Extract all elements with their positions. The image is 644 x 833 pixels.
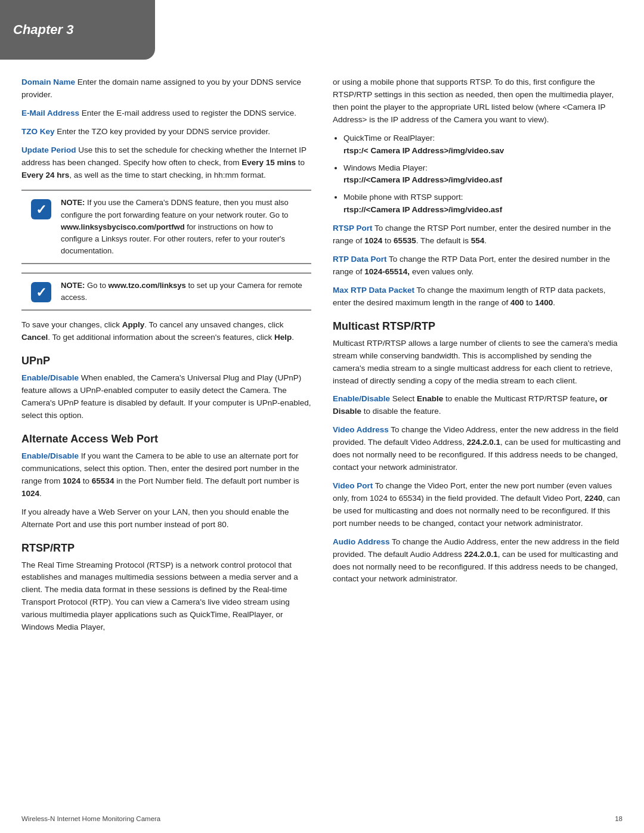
domain-name-para: Domain Name Enter the domain name assign…: [21, 76, 311, 101]
audio-addr-para: Audio Address To change the Audio Addres…: [333, 536, 623, 586]
rtsp-para: The Real Time Streaming Protocol (RTSP) …: [21, 559, 311, 634]
rtsp-bold2: 65535: [394, 236, 416, 245]
alt-bold2: 65534: [92, 476, 114, 485]
rtsp-port-para: RTSP Port To change the RTSP Port number…: [333, 222, 623, 247]
note-2-label: NOTE:: [61, 281, 85, 290]
update-para: Update Period Use this to set the schedu…: [21, 144, 311, 182]
tzo-label: TZO Key: [21, 127, 55, 136]
video-addr-bold: 224.2.0.1: [467, 438, 500, 447]
alt-bold1: 1024: [63, 476, 80, 485]
bullet-label-2: Mobile phone with RTSP support:: [343, 193, 463, 202]
svg-text:✓: ✓: [36, 285, 47, 300]
email-text: Enter the E-mail address used to registe…: [79, 109, 296, 117]
rtsp-end: . The default is: [416, 236, 471, 245]
tzo-para: TZO Key Enter the TZO key provided by yo…: [21, 126, 311, 138]
rtp-end: even values only.: [410, 267, 473, 276]
alt-access-title: Alternate Access Web Port: [21, 433, 311, 445]
email-para: E-Mail Address Enter the E-mail address …: [21, 107, 311, 120]
footer-left: Wireless-N Internet Home Monitoring Came…: [21, 815, 160, 822]
mc-enable-para: Enable/Disable Select Enable to enable t…: [333, 393, 623, 418]
video-addr-label: Video Address: [333, 425, 389, 434]
mc-enable-text: Select: [390, 394, 417, 403]
video-addr-para: Video Address To change the Video Addres…: [333, 424, 623, 474]
list-item: Mobile phone with RTSP support: rtsp://<…: [343, 191, 623, 216]
email-label: E-Mail Address: [21, 109, 79, 117]
note-1-url: www.linksysbycisco.com/portfwd: [61, 222, 185, 231]
domain-name-label: Domain Name: [21, 78, 75, 86]
chapter-title: Chapter 3: [13, 22, 73, 38]
chapter-header: Chapter 3: [0, 0, 155, 60]
upnp-label: Enable/Disable: [21, 373, 79, 382]
alt-access-para: Enable/Disable If you want the Camera to…: [21, 450, 311, 500]
rtsp-default: 554: [471, 236, 485, 245]
apply-text: To save your changes, click: [21, 320, 122, 329]
rtsp-bullet-list: QuickTime or RealPlayer: rtsp:/< Camera …: [343, 132, 623, 217]
rtsp-mid: to: [382, 236, 394, 245]
max-bold1: 400: [510, 298, 524, 307]
update-end: , as well as the time to start checking,…: [69, 171, 265, 179]
max-rtp-label: Max RTP Data Packet: [333, 286, 414, 295]
apply-end: .: [292, 333, 294, 342]
mc-enable-text2: to enable the Multicast RTP/RTSP feature: [443, 394, 595, 403]
note-1-text: NOTE: If you use the Camera's DDNS featu…: [61, 197, 303, 257]
bullet-url-1: rtsp://<Camera IP Address>/img/video.asf: [343, 175, 502, 184]
rtp-bold: 1024-65514,: [364, 267, 410, 276]
alt-mid: to: [80, 476, 92, 485]
video-port-text: To change the Video Port, enter the new …: [333, 481, 612, 503]
alt-text2: in the Port Number field. The default po…: [114, 476, 299, 485]
rtsp-title: RTSP/RTP: [21, 542, 311, 555]
alt-bold3: 1024: [21, 489, 39, 498]
alt-end: .: [39, 489, 42, 498]
upnp-para: Enable/Disable When enabled, the Camera'…: [21, 372, 311, 422]
note-1-label: NOTE:: [61, 198, 85, 207]
note-icon-2: ✓: [30, 281, 52, 304]
bullet-url-2: rtsp://<Camera IP Address>/img/video.asf: [343, 205, 502, 214]
video-port-bold: 2240: [585, 494, 603, 503]
note-box-2: ✓ NOTE: Go to www.tzo.com/linksys to set…: [21, 272, 311, 311]
update-bold1: Every 15 mins: [242, 158, 296, 167]
bullet-url-0: rtsp:/< Camera IP Address>/img/video.sav: [343, 146, 504, 155]
footer-right: 18: [615, 815, 623, 822]
mc-enable-end: to disable the feature.: [361, 407, 441, 416]
update-bold2: Every 24 hrs: [21, 171, 69, 179]
rtp-data-label: RTP Data Port: [333, 255, 387, 264]
apply-text3: . To get additional information about th…: [48, 333, 274, 342]
note-2-url: www.tzo.com/linksys: [108, 281, 185, 290]
cancel-bold: Cancel: [21, 333, 48, 342]
update-label: Update Period: [21, 145, 76, 154]
mc-enable-bold: Enable: [417, 394, 443, 403]
max-end: .: [553, 298, 555, 307]
multicast-title: Multicast RTSP/RTP: [333, 320, 623, 333]
bullet-label-0: QuickTime or RealPlayer:: [343, 134, 435, 143]
max-rtp-para: Max RTP Data Packet To change the maximu…: [333, 284, 623, 309]
apply-text2: . To cancel any unsaved changes, click: [144, 320, 283, 329]
mc-enable-label: Enable/Disable: [333, 394, 390, 403]
bullet-label-1: Windows Media Player:: [343, 163, 428, 172]
apply-bold: Apply: [122, 320, 145, 329]
rtsp-port-label: RTSP Port: [333, 224, 373, 233]
page-footer: Wireless-N Internet Home Monitoring Came…: [0, 815, 644, 822]
page-content: Domain Name Enter the domain name assign…: [0, 60, 644, 664]
list-item: QuickTime or RealPlayer: rtsp:/< Camera …: [343, 132, 623, 157]
rtp-data-para: RTP Data Port To change the RTP Data Por…: [333, 253, 623, 278]
note-box-1: ✓ NOTE: If you use the Camera's DDNS fea…: [21, 190, 311, 264]
update-mid: to: [296, 158, 305, 167]
alt-label: Enable/Disable: [21, 451, 79, 460]
rtsp-cont-para: or using a mobile phone that supports RT…: [333, 76, 623, 126]
note-2-text: NOTE: Go to www.tzo.com/linksys to set u…: [61, 280, 303, 304]
note-2-body: Go to: [85, 281, 108, 290]
alt-access-p2: If you already have a Web Server on your…: [21, 506, 311, 531]
list-item: Windows Media Player: rtsp://<Camera IP …: [343, 162, 623, 187]
audio-addr-label: Audio Address: [333, 537, 390, 546]
help-bold: Help: [274, 333, 292, 342]
note-1-body: If you use the Camera's DDNS feature, th…: [61, 198, 289, 219]
audio-addr-bold: 224.2.0.1: [464, 550, 497, 559]
apply-para: To save your changes, click Apply. To ca…: [21, 319, 311, 344]
note-icon-1: ✓: [30, 198, 52, 221]
video-port-para: Video Port To change the Video Port, ent…: [333, 480, 623, 530]
right-column: or using a mobile phone that supports RT…: [333, 76, 623, 640]
max-bold2: 1400: [535, 298, 553, 307]
upnp-title: UPnP: [21, 355, 311, 367]
left-column: Domain Name Enter the domain name assign…: [21, 76, 311, 640]
video-port-label: Video Port: [333, 481, 373, 490]
